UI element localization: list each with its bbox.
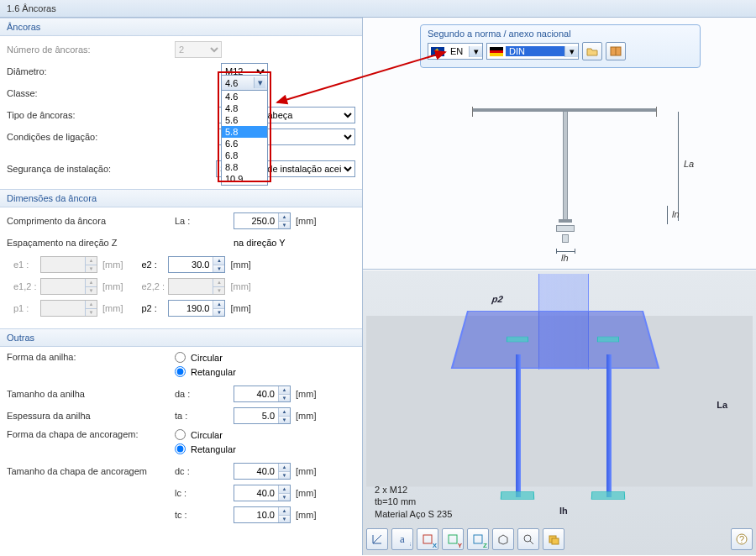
svg-rect-12 <box>552 538 559 544</box>
svg-rect-5 <box>423 535 432 543</box>
radio-anilha-retangular[interactable]: Retangular <box>175 366 236 377</box>
view-toolbar: aᵢ X Y Z ? <box>366 527 753 552</box>
flag-eu-icon <box>431 47 444 56</box>
svg-marker-8 <box>499 535 507 544</box>
radio-chapa-circular[interactable]: Circular <box>175 429 236 440</box>
folder-icon <box>586 46 598 56</box>
spin-da[interactable]: ▲▼ <box>234 386 291 402</box>
sym-da: da : <box>175 389 208 399</box>
sym-p1: p1 : <box>13 303 40 313</box>
classe-option[interactable]: 5.6 <box>222 114 267 126</box>
annex-select[interactable]: DIN ▾ <box>486 43 579 60</box>
anchor-diagram: La ln lh <box>438 85 707 253</box>
help-button[interactable]: ? <box>731 528 753 550</box>
chevron-down-icon[interactable]: ▾ <box>564 46 578 57</box>
sym-ta: ta : <box>175 411 208 421</box>
label-condicoes: Condições de ligação: <box>7 132 172 142</box>
label-numero: Número de âncoras: <box>7 45 175 55</box>
tool-view-yz-button[interactable]: Z <box>467 528 489 550</box>
label-forma-chapa: Forma da chapa de ancoragem: <box>7 429 175 439</box>
sym-p2: p2 : <box>141 303 168 313</box>
classe-dropdown-open[interactable]: 4.6▾ 4.64.85.65.86.66.88.810.9 <box>221 75 268 186</box>
radio-chapa-retangular[interactable]: Retangular <box>175 443 236 454</box>
label-forma-anilha: Forma da anilha: <box>7 352 175 362</box>
sym-e22: e2,2 : <box>141 281 168 291</box>
label-esp-anilha: Espessura da anilha <box>7 411 175 421</box>
spin-p1: ▲▼ <box>40 300 97 317</box>
classe-option[interactable]: 4.8 <box>222 102 267 114</box>
radio-anilha-circular[interactable]: Circular <box>175 352 236 363</box>
label-espac-y: na direção Y <box>234 238 286 248</box>
sym-e12: e1,2 : <box>13 281 40 291</box>
classe-option[interactable]: 6.8 <box>222 149 267 161</box>
dim-la: La <box>717 400 727 410</box>
norm-panel: Segundo a norma / anexo nacional EN ▾ DI… <box>420 24 701 68</box>
spin-dc[interactable]: ▲▼ <box>234 463 291 480</box>
tool-iso-button[interactable] <box>492 528 514 550</box>
sym-e2: e2 : <box>141 260 168 270</box>
info-block: 2 x M12 tb=10 mm Material Aço S 235 <box>375 484 452 520</box>
left-panel: Âncoras Número de âncoras: 2 Diâmetro: M… <box>0 18 363 555</box>
label-espac-z: Espaçamento na direção Z <box>7 238 175 248</box>
spin-e22: ▲▼ <box>168 278 225 295</box>
tool-axis-button[interactable] <box>366 528 388 550</box>
diagram-panel: Segundo a norma / anexo nacional EN ▾ DI… <box>363 18 756 270</box>
code-select[interactable]: EN ▾ <box>428 43 483 60</box>
classe-option[interactable]: 6.6 <box>222 138 267 149</box>
view-3d-panel[interactable]: p2 La lh 2 x M12 tb=10 mm Material Aço S… <box>363 270 756 555</box>
spin-p2[interactable]: ▲▼ <box>168 300 225 317</box>
numero-select: 2 <box>175 41 222 58</box>
label-diametro: Diâmetro: <box>7 66 175 76</box>
open-folder-button[interactable] <box>582 42 602 60</box>
label-tam-anilha: Tamanho da anilha <box>7 389 175 399</box>
svg-rect-7 <box>474 535 482 543</box>
tool-fit-button[interactable] <box>517 528 539 550</box>
unit-mm: [mm] <box>296 216 316 226</box>
label-tam-chapa: Tamanho da chapa de ancoragem <box>7 466 175 476</box>
sym-e1: e1 : <box>13 260 40 270</box>
sym-la: La : <box>175 216 208 226</box>
tool-text-button[interactable]: aᵢ <box>391 528 413 550</box>
dim-p2: p2 <box>491 294 505 304</box>
group-header-ancoras: Âncoras <box>0 18 362 36</box>
group-header-dimensoes: Dimensões da âncora <box>0 189 362 207</box>
tool-layers-button[interactable] <box>543 528 564 550</box>
spin-tc[interactable]: ▲▼ <box>234 506 291 523</box>
library-button[interactable] <box>606 42 626 60</box>
norm-title: Segundo a norma / anexo nacional <box>428 29 693 39</box>
spin-e12: ▲▼ <box>40 278 97 295</box>
spin-ta[interactable]: ▲▼ <box>234 407 291 424</box>
svg-text:?: ? <box>739 534 744 544</box>
label-comprimento: Comprimento da âncora <box>7 216 175 226</box>
dim-lh: lh <box>559 506 568 516</box>
classe-option[interactable]: 10.9 <box>222 173 267 185</box>
tool-view-xz-button[interactable]: Y <box>442 528 464 550</box>
label-tipo: Tipo de âncoras: <box>7 110 172 120</box>
sym-lc: lc : <box>175 488 208 498</box>
sym-tc: tc : <box>175 510 208 520</box>
label-seguranca: Segurança de instalação: <box>7 164 170 174</box>
group-header-outras: Outras <box>0 328 362 347</box>
classe-option[interactable]: 5.8 <box>222 126 267 138</box>
svg-rect-6 <box>449 535 457 543</box>
flag-de-icon <box>490 47 503 56</box>
sym-dc: dc : <box>175 466 208 476</box>
chevron-down-icon[interactable]: ▾ <box>469 46 482 57</box>
svg-line-10 <box>530 541 533 544</box>
classe-option[interactable]: 4.6 <box>222 91 267 102</box>
tool-view-xy-button[interactable]: X <box>417 528 438 550</box>
svg-line-2 <box>373 535 381 543</box>
window-title: 1.6 Âncoras <box>0 0 756 18</box>
view-3d[interactable]: p2 La lh 2 x M12 tb=10 mm Material Aço S… <box>366 274 753 525</box>
classe-option[interactable]: 8.8 <box>222 161 267 173</box>
spin-e2[interactable]: ▲▼ <box>168 256 225 273</box>
chevron-down-icon[interactable]: ▾ <box>254 77 265 88</box>
svg-point-9 <box>524 535 531 542</box>
spin-la[interactable]: ▲▼ <box>234 212 291 229</box>
book-icon <box>610 46 622 56</box>
spin-e1: ▲▼ <box>40 256 97 273</box>
label-classe: Classe: <box>7 88 175 98</box>
spin-lc[interactable]: ▲▼ <box>234 485 291 501</box>
